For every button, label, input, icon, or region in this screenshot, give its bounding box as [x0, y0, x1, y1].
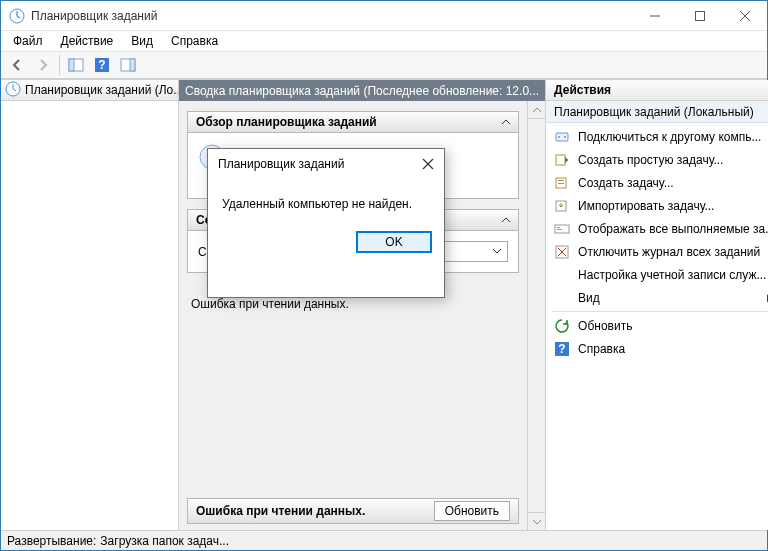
statusbar: Развертывание: Загрузка папок задач... — [1, 530, 767, 550]
scroll-down-button[interactable] — [528, 512, 545, 530]
dialog-ok-button[interactable]: OK — [356, 231, 432, 253]
action-label: Справка — [578, 342, 625, 356]
statusbar-text: Загрузка папок задач... — [100, 534, 229, 548]
tree-root-label: Планировщик заданий (Ло... — [25, 83, 178, 97]
action-item[interactable]: Отображать все выполняемые за... — [546, 217, 768, 240]
svg-rect-16 — [558, 183, 564, 184]
tree-pane: Планировщик заданий (Ло... — [1, 80, 179, 530]
action-icon — [554, 129, 570, 145]
center-header-text: Сводка планировщика заданий (Последнее о… — [185, 84, 539, 98]
action-icon — [554, 152, 570, 168]
action-icon — [554, 318, 570, 334]
show-hide-tree-button[interactable] — [64, 54, 88, 76]
dialog-close-button[interactable] — [412, 149, 444, 179]
center-footer: Ошибка при чтении данных. Обновить — [187, 498, 519, 524]
action-icon — [554, 175, 570, 191]
help-button[interactable]: ? — [90, 54, 114, 76]
refresh-button[interactable]: Обновить — [434, 501, 510, 521]
menu-view[interactable]: Вид — [123, 32, 161, 50]
menu-file[interactable]: Файл — [5, 32, 51, 50]
actions-pane-title: Действия — [546, 80, 768, 101]
svg-rect-1 — [695, 11, 704, 20]
action-icon — [554, 198, 570, 214]
action-label: Подключиться к другому компь... — [578, 130, 761, 144]
footer-text: Ошибка при чтении данных. — [196, 504, 365, 518]
dialog-ok-label: OK — [385, 235, 402, 249]
main-area: Планировщик заданий (Ло... Сводка планир… — [1, 79, 767, 530]
menu-action[interactable]: Действие — [53, 32, 122, 50]
svg-rect-20 — [557, 229, 562, 230]
action-label: Создать задачу... — [578, 176, 674, 190]
close-button[interactable] — [722, 1, 767, 30]
overview-title: Обзор планировщика заданий — [196, 115, 377, 129]
dialog-message: Удаленный компьютер не найден. — [208, 179, 444, 221]
chevron-up-icon — [500, 214, 512, 229]
svg-rect-10 — [556, 133, 568, 141]
action-label: Создать простую задачу... — [578, 153, 723, 167]
vertical-scrollbar[interactable] — [527, 101, 545, 530]
tree-root-item[interactable]: Планировщик заданий (Ло... — [1, 80, 178, 101]
toolbar: ? — [1, 51, 767, 79]
menu-help[interactable]: Справка — [163, 32, 226, 50]
dialog-titlebar: Планировщик заданий — [208, 149, 444, 179]
maximize-button[interactable] — [677, 1, 722, 30]
svg-rect-19 — [557, 227, 560, 228]
action-label: Обновить — [578, 319, 632, 333]
action-icon — [554, 244, 570, 260]
app-window: Планировщик заданий Файл Действие Вид Сп… — [0, 0, 768, 551]
action-label: Вид — [578, 291, 600, 305]
chevron-down-icon — [491, 245, 503, 260]
actions-list: Подключиться к другому компь...Создать п… — [546, 123, 768, 362]
action-item[interactable]: Отключить журнал всех заданий — [546, 240, 768, 263]
scheduler-icon — [5, 81, 21, 100]
action-label: Настройка учетной записи служ... — [578, 268, 766, 282]
refresh-button-label: Обновить — [445, 504, 499, 518]
svg-rect-13 — [556, 155, 565, 165]
error-dialog: Планировщик заданий Удаленный компьютер … — [207, 148, 445, 298]
action-item[interactable]: ?Справка — [546, 337, 768, 360]
actions-pane: Действия Планировщик заданий (Локальный)… — [546, 80, 768, 530]
action-item[interactable]: Обновить — [546, 314, 768, 337]
action-icon — [554, 290, 570, 306]
action-separator — [552, 311, 768, 312]
center-header: Сводка планировщика заданий (Последнее о… — [179, 80, 545, 101]
app-icon — [9, 8, 25, 24]
svg-text:?: ? — [98, 58, 105, 72]
action-icon — [554, 267, 570, 283]
action-item[interactable]: Настройка учетной записи служ... — [546, 263, 768, 286]
svg-rect-3 — [69, 59, 74, 71]
action-icon: ? — [554, 341, 570, 357]
action-label: Отключить журнал всех заданий — [578, 245, 760, 259]
svg-point-11 — [558, 136, 560, 138]
show-hide-actions-button[interactable] — [116, 54, 140, 76]
action-label: Отображать все выполняемые за... — [578, 222, 768, 236]
forward-button[interactable] — [31, 54, 55, 76]
titlebar: Планировщик заданий — [1, 1, 767, 31]
svg-text:?: ? — [558, 342, 565, 356]
back-button[interactable] — [5, 54, 29, 76]
scroll-up-button[interactable] — [528, 101, 545, 119]
minimize-button[interactable] — [632, 1, 677, 30]
action-label: Импортировать задачу... — [578, 199, 714, 213]
action-item[interactable]: Подключиться к другому компь... — [546, 125, 768, 148]
actions-group-label: Планировщик заданий (Локальный) — [554, 105, 754, 119]
actions-group-title[interactable]: Планировщик заданий (Локальный) — [546, 101, 768, 123]
svg-point-12 — [564, 136, 566, 138]
action-item[interactable]: Создать задачу... — [546, 171, 768, 194]
action-item[interactable]: Создать простую задачу... — [546, 148, 768, 171]
action-item[interactable]: Импортировать задачу... — [546, 194, 768, 217]
statusbar-label: Развертывание: — [7, 534, 96, 548]
overview-group-header[interactable]: Обзор планировщика заданий — [187, 111, 519, 133]
svg-rect-15 — [558, 180, 564, 181]
window-title: Планировщик заданий — [31, 9, 632, 23]
menubar: Файл Действие Вид Справка — [1, 31, 767, 51]
chevron-up-icon — [500, 116, 512, 131]
action-item[interactable]: Вид▶ — [546, 286, 768, 309]
action-icon — [554, 221, 570, 237]
svg-rect-7 — [130, 59, 135, 71]
dialog-title: Планировщик заданий — [218, 157, 412, 171]
toolbar-separator — [59, 55, 60, 75]
